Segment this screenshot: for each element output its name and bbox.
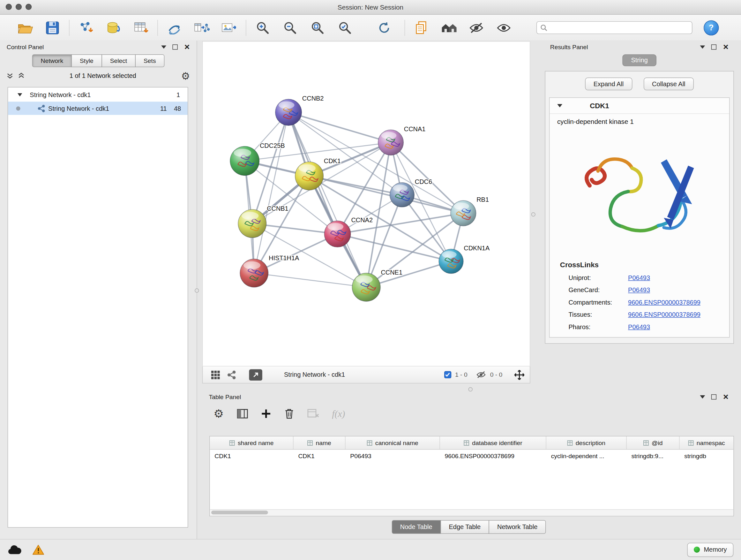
network-edge[interactable] xyxy=(288,112,391,143)
show-columns-icon[interactable] xyxy=(237,408,248,419)
tab-string[interactable]: String xyxy=(623,54,657,66)
panel-menu-icon[interactable] xyxy=(700,45,705,48)
protein-entry-header[interactable]: CDK1 xyxy=(549,98,729,114)
minimize-window-button[interactable] xyxy=(16,4,22,10)
network-collection-row[interactable]: String Network - cdk1 1 xyxy=(8,87,188,102)
tab-style[interactable]: Style xyxy=(71,54,102,67)
zoom-out-button[interactable] xyxy=(280,18,300,38)
splitter-grip[interactable] xyxy=(531,212,536,216)
export-image-button[interactable] xyxy=(219,18,240,38)
import-table-from-file-button[interactable] xyxy=(131,18,151,38)
show-all-button[interactable] xyxy=(493,18,514,38)
import-network-from-database-button[interactable] xyxy=(103,18,124,38)
node-gloss xyxy=(279,101,294,109)
collapse-all-button[interactable]: Collapse All xyxy=(643,78,694,90)
crosslink-pharos-link[interactable]: P06493 xyxy=(628,323,655,330)
network-view-toolbar: String Network - cdk1 1 - 0 0 - 0 xyxy=(202,367,530,383)
column-header[interactable]: @id xyxy=(627,436,680,449)
maximize-window-button[interactable] xyxy=(25,4,31,10)
add-column-icon[interactable] xyxy=(261,408,271,419)
crosslink-tissues-link[interactable]: 9606.ENSP00000378699 xyxy=(628,311,705,318)
birds-eye-view-icon[interactable] xyxy=(211,370,220,380)
node-label: CCNB2 xyxy=(302,95,324,102)
tab-network[interactable]: Network xyxy=(32,54,72,67)
node-gloss xyxy=(393,185,408,191)
node-label: CCNA1 xyxy=(404,125,426,132)
open-session-button[interactable] xyxy=(15,18,36,38)
first-neighbors-button[interactable] xyxy=(439,18,459,38)
close-window-button[interactable] xyxy=(6,4,12,10)
selected-checkbox-icon[interactable] xyxy=(444,371,451,378)
current-network-dot-icon xyxy=(16,106,20,110)
cloud-icon[interactable] xyxy=(8,544,22,555)
tree-expand-icon[interactable] xyxy=(17,93,22,96)
node-label: CDC6 xyxy=(415,178,432,185)
float-panel-icon[interactable] xyxy=(173,44,178,49)
zoom-out-icon xyxy=(283,20,297,35)
horizontal-scrollbar[interactable] xyxy=(210,509,734,516)
pan-move-icon[interactable] xyxy=(514,369,525,381)
tab-edge-table[interactable]: Edge Table xyxy=(441,520,489,534)
zoom-selected-button[interactable] xyxy=(334,18,355,38)
network-edge[interactable] xyxy=(254,112,288,273)
new-network-button[interactable] xyxy=(164,18,185,38)
column-header[interactable]: description xyxy=(546,436,627,449)
zoom-in-button[interactable] xyxy=(253,18,273,38)
tab-network-table[interactable]: Network Table xyxy=(488,520,546,534)
scrollbar-thumb[interactable] xyxy=(211,510,268,514)
table-options-gear-icon[interactable]: ⚙ xyxy=(213,408,224,420)
column-type-icon xyxy=(367,440,373,446)
crosslink-genecard-link[interactable]: P06493 xyxy=(628,287,655,294)
close-panel-icon[interactable]: ✕ xyxy=(184,44,190,51)
hide-selected-button[interactable] xyxy=(466,18,487,38)
network-edge[interactable] xyxy=(288,112,366,287)
duplicate-document-button[interactable] xyxy=(411,18,432,38)
save-session-button[interactable] xyxy=(42,18,63,38)
expand-all-button[interactable]: Expand All xyxy=(585,78,632,90)
import-network-from-file-button[interactable] xyxy=(76,18,96,38)
network-glyph-icon xyxy=(37,105,45,112)
crosslink-compartments-link[interactable]: 9606.ENSP00000378699 xyxy=(628,299,705,306)
entry-collapse-icon[interactable] xyxy=(557,104,562,107)
column-header[interactable]: namespac xyxy=(680,436,734,449)
cell-shared-name: CDK1 xyxy=(210,452,293,459)
tab-select[interactable]: Select xyxy=(102,54,136,67)
close-panel-icon[interactable]: ✕ xyxy=(723,44,729,51)
new-network-from-table-button[interactable] xyxy=(192,18,212,38)
column-header[interactable]: name xyxy=(293,436,346,449)
help-button[interactable]: ? xyxy=(704,20,719,35)
refresh-view-button[interactable] xyxy=(374,18,394,38)
collapse-all-tree-icon[interactable] xyxy=(7,72,13,79)
delete-column-icon[interactable] xyxy=(284,408,294,420)
network-edge[interactable] xyxy=(309,176,463,213)
control-panel: Control Panel ✕ Network Style Select Set… xyxy=(0,41,197,539)
network-options-gear-icon[interactable]: ⚙ xyxy=(181,71,190,80)
panel-menu-icon[interactable] xyxy=(700,395,705,398)
network-edge[interactable] xyxy=(254,273,366,287)
column-header[interactable]: database identifier xyxy=(440,436,546,449)
column-label: @id xyxy=(652,439,663,446)
column-header[interactable]: canonical name xyxy=(346,436,440,449)
network-row-selected[interactable]: String Network - cdk1 11 48 xyxy=(8,102,188,115)
search-input[interactable] xyxy=(536,21,692,34)
float-panel-icon[interactable] xyxy=(711,394,717,399)
zoom-in-icon xyxy=(256,20,270,35)
tab-node-table[interactable]: Node Table xyxy=(392,520,441,534)
panel-menu-icon[interactable] xyxy=(161,45,166,48)
crosslink-uniprot-link[interactable]: P06493 xyxy=(628,274,655,281)
splitter-grip[interactable] xyxy=(195,288,199,293)
open-in-window-button[interactable] xyxy=(249,369,262,381)
table-row[interactable]: CDK1 CDK1 P06493 9606.ENSP00000378699 cy… xyxy=(210,449,734,462)
network-glyph-icon[interactable] xyxy=(227,370,237,380)
network-canvas[interactable]: CCNB2CCNA1CDC25BCDK1CDC6RB1CCNB1CCNA2CDK… xyxy=(202,41,530,367)
expand-all-tree-icon[interactable] xyxy=(18,72,24,79)
memory-button[interactable]: Memory xyxy=(687,543,734,557)
tab-sets[interactable]: Sets xyxy=(135,54,164,67)
zoom-fit-button[interactable] xyxy=(307,18,328,38)
zoom-selected-icon xyxy=(338,20,352,35)
close-panel-icon[interactable]: ✕ xyxy=(723,393,729,400)
warning-icon[interactable] xyxy=(32,544,45,556)
column-header[interactable]: shared name xyxy=(210,436,293,449)
selected-count: 1 - 0 xyxy=(455,371,468,378)
float-panel-icon[interactable] xyxy=(711,44,717,49)
